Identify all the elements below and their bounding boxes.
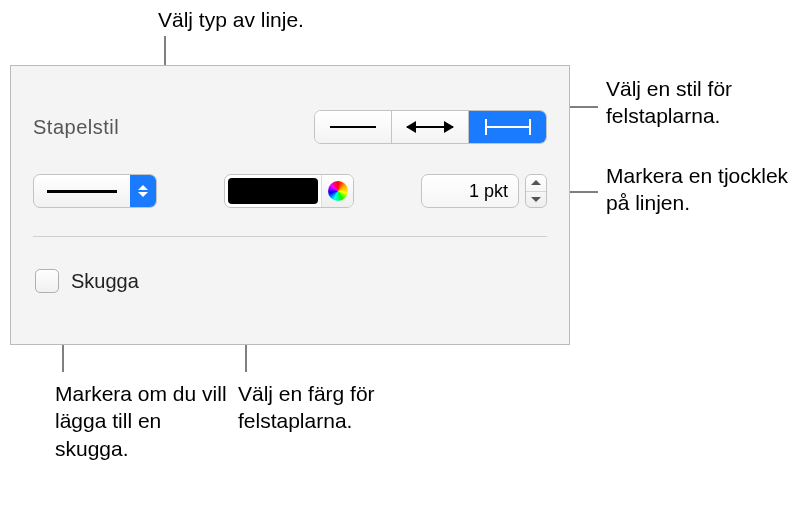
stepper-up-button[interactable]	[526, 175, 546, 191]
section-title: Stapelstil	[33, 116, 119, 139]
callout-color: Välj en färg för felstaplarna.	[238, 380, 438, 435]
line-cap-icon	[485, 126, 531, 128]
line-color-well[interactable]	[224, 174, 354, 208]
shadow-checkbox[interactable]	[35, 269, 59, 293]
callout-bar-style: Välj en stil för felstaplarna.	[606, 75, 796, 130]
color-wheel-icon	[328, 181, 348, 201]
color-wheel-button[interactable]	[321, 175, 353, 207]
line-wide-icon	[407, 126, 453, 128]
line-type-popup[interactable]	[33, 174, 157, 208]
callout-thickness: Markera en tjocklek på linjen.	[606, 162, 796, 217]
bar-style-capped[interactable]	[469, 111, 546, 143]
bar-style-wide[interactable]	[392, 111, 469, 143]
popup-arrow-icon	[130, 175, 156, 207]
chevron-up-icon	[531, 180, 541, 185]
style-panel: Stapelstil 1	[10, 65, 570, 345]
shadow-label[interactable]: Skugga	[71, 270, 139, 293]
line-sample-icon	[47, 190, 117, 193]
chevron-down-icon	[531, 197, 541, 202]
color-swatch	[228, 178, 318, 204]
line-thickness-stepper[interactable]: 1 pkt	[421, 174, 547, 208]
line-thickness-field[interactable]: 1 pkt	[421, 174, 519, 208]
callout-line-type: Välj typ av linje.	[158, 6, 304, 33]
stepper-down-button[interactable]	[526, 191, 546, 208]
bar-style-segmented[interactable]	[314, 110, 547, 144]
callout-shadow: Markera om du vill lägga till en skugga.	[55, 380, 235, 462]
divider	[33, 236, 547, 237]
line-plain-icon	[330, 126, 376, 128]
bar-style-plain[interactable]	[315, 111, 392, 143]
